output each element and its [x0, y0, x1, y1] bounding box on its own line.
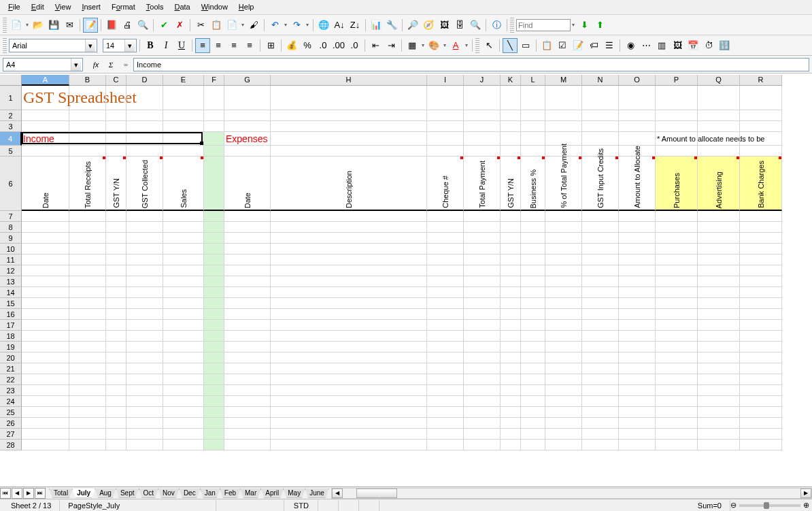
paste-icon[interactable]: 📄: [224, 18, 239, 33]
sort-asc-icon[interactable]: A↓: [332, 18, 347, 33]
cell-B5[interactable]: [69, 146, 106, 156]
cell-I6[interactable]: Cheque #: [427, 156, 464, 211]
cell-O24[interactable]: [619, 396, 656, 407]
cell-P6[interactable]: Purchases: [656, 156, 698, 211]
cell-A4[interactable]: Income: [22, 132, 69, 146]
cell-C18[interactable]: [106, 331, 126, 342]
cell-Q22[interactable]: [698, 374, 740, 385]
cell-A12[interactable]: [22, 265, 69, 276]
cell-L13[interactable]: [521, 276, 545, 287]
cell-O27[interactable]: [619, 429, 656, 440]
cell-E25[interactable]: [163, 407, 204, 418]
cell-I17[interactable]: [427, 320, 464, 331]
cell-G2[interactable]: [224, 110, 271, 121]
cell-reference-input[interactable]: A4: [3, 58, 83, 71]
row-header-1[interactable]: 1: [0, 86, 22, 110]
sheet-tab-total[interactable]: Total: [49, 489, 73, 498]
cell-I18[interactable]: [427, 331, 464, 342]
toolbar-handle[interactable]: [475, 38, 479, 53]
new-icon[interactable]: 📄: [9, 18, 24, 33]
zoom-in-icon[interactable]: ⊕: [803, 501, 809, 510]
cell-P26[interactable]: [656, 418, 698, 429]
cell-P14[interactable]: [656, 287, 698, 298]
col-header-C[interactable]: C: [106, 75, 126, 86]
cell-O13[interactable]: [619, 276, 656, 287]
cell-R6[interactable]: Bank Charges: [740, 156, 782, 211]
align-justify-icon[interactable]: ≡: [242, 38, 257, 53]
sheet-tab-july[interactable]: July: [72, 489, 95, 498]
cell-D2[interactable]: [126, 110, 163, 121]
cell-P7[interactable]: [656, 211, 698, 222]
cell-P12[interactable]: [656, 265, 698, 276]
radio-icon[interactable]: ◉: [623, 38, 638, 53]
row-header-13[interactable]: 13: [0, 276, 22, 287]
image-icon[interactable]: 🖼: [670, 38, 685, 53]
cell-G8[interactable]: [224, 222, 271, 233]
cell-K12[interactable]: [501, 265, 521, 276]
cell-O15[interactable]: [619, 298, 656, 309]
cell-Q17[interactable]: [698, 320, 740, 331]
new-dropdown[interactable]: ▾: [24, 22, 30, 28]
cell-D11[interactable]: [126, 254, 163, 265]
row-header-18[interactable]: 18: [0, 331, 22, 342]
cell-C14[interactable]: [106, 287, 126, 298]
cell-O22[interactable]: [619, 374, 656, 385]
cell-O18[interactable]: [619, 331, 656, 342]
cell-L26[interactable]: [521, 418, 545, 429]
more-icon[interactable]: ⋯: [639, 38, 654, 53]
cell-M28[interactable]: [545, 440, 582, 450]
cell-Q24[interactable]: [698, 396, 740, 407]
cell-C27[interactable]: [106, 429, 126, 440]
cell-O12[interactable]: [619, 265, 656, 276]
cell-N12[interactable]: [582, 265, 619, 276]
cell-I10[interactable]: [427, 244, 464, 254]
sheet-tab-aug[interactable]: Aug: [95, 489, 116, 498]
textbox-icon[interactable]: 📝: [571, 38, 586, 53]
cell-E14[interactable]: [163, 287, 204, 298]
cell-B23[interactable]: [69, 385, 106, 396]
copy-icon[interactable]: 📋: [209, 18, 224, 33]
cell-M24[interactable]: [545, 396, 582, 407]
redo-icon[interactable]: ↷: [289, 18, 304, 33]
row-header-6[interactable]: 6: [0, 156, 22, 211]
cell-J20[interactable]: [464, 352, 501, 363]
col-header-Q[interactable]: Q: [698, 75, 740, 86]
cell-G19[interactable]: [224, 342, 271, 352]
menu-format[interactable]: Format: [106, 1, 141, 13]
cell-B15[interactable]: [69, 298, 106, 309]
cell-J9[interactable]: [464, 233, 501, 244]
cell-K5[interactable]: [501, 146, 521, 156]
cell-Q25[interactable]: [698, 407, 740, 418]
cell-H8[interactable]: [271, 222, 427, 233]
cell-N18[interactable]: [582, 331, 619, 342]
cell-Q15[interactable]: [698, 298, 740, 309]
cell-G10[interactable]: [224, 244, 271, 254]
cell-G3[interactable]: [224, 121, 271, 132]
row-header-10[interactable]: 10: [0, 244, 22, 254]
cell-I9[interactable]: [427, 233, 464, 244]
cell-B13[interactable]: [69, 276, 106, 287]
cell-L5[interactable]: [521, 146, 545, 156]
cell-D16[interactable]: [126, 309, 163, 320]
cell-I13[interactable]: [427, 276, 464, 287]
cell-H1[interactable]: [271, 86, 427, 110]
cell-F24[interactable]: [204, 396, 224, 407]
row-header-5[interactable]: 5: [0, 146, 22, 156]
label-icon[interactable]: 🏷: [586, 38, 601, 53]
cell-A1[interactable]: GST Spreadsheet: [22, 86, 69, 110]
cell-L4[interactable]: [521, 132, 545, 146]
function-wizard-icon[interactable]: fx: [88, 58, 103, 71]
cell-O3[interactable]: [619, 121, 656, 132]
cell-P2[interactable]: [656, 110, 698, 121]
cell-R14[interactable]: [740, 287, 782, 298]
cell-C22[interactable]: [106, 374, 126, 385]
cell-N3[interactable]: [582, 121, 619, 132]
cell-I19[interactable]: [427, 342, 464, 352]
cell-C21[interactable]: [106, 363, 126, 374]
cell-K8[interactable]: [501, 222, 521, 233]
cell-D1[interactable]: [126, 86, 163, 110]
row-header-27[interactable]: 27: [0, 429, 22, 440]
cell-J22[interactable]: [464, 374, 501, 385]
cell-G4[interactable]: Expenses: [224, 132, 271, 146]
cell-H6[interactable]: Description: [271, 156, 427, 211]
